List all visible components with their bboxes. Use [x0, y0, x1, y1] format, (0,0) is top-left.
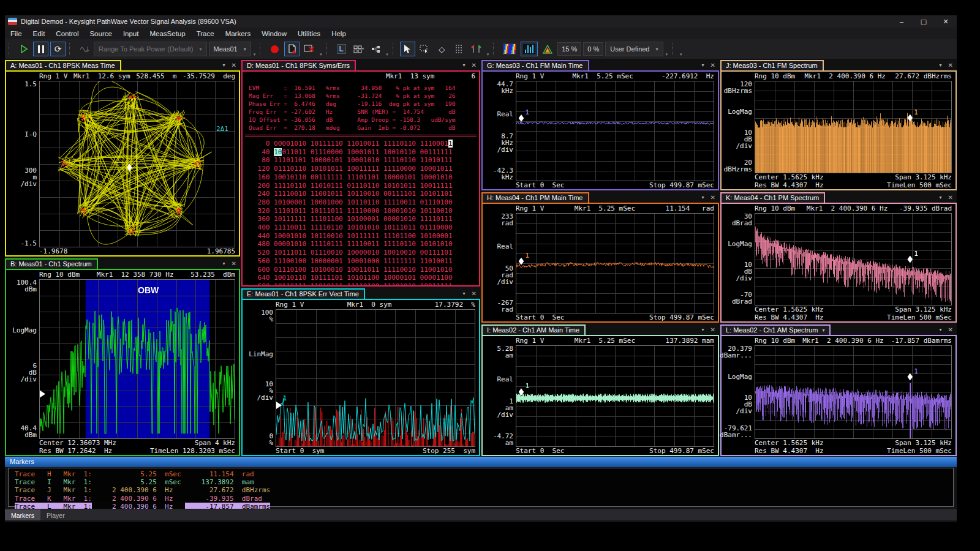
- panel-E-title[interactable]: E: Meas01 - Ch1 8PSK Err Vect Time: [241, 288, 365, 300]
- panel-D-title[interactable]: D: Meas01 - Ch1 8PSK Syms/Errs: [241, 60, 356, 72]
- panel-I-plot-area[interactable]: [516, 345, 714, 447]
- panel-menu-icon[interactable]: ▾: [702, 62, 704, 68]
- panel-menu-icon[interactable]: ▾: [223, 62, 225, 68]
- panel-K-title[interactable]: K: Meas04 - Ch1 PM Spectrum: [720, 192, 825, 204]
- marker-tool-button[interactable]: ◇: [434, 42, 450, 56]
- panel-J-title[interactable]: J: Meas03 - Ch1 FM Spectrum: [720, 60, 824, 72]
- chevron-down-icon[interactable]: ▾: [822, 328, 824, 333]
- spectrum-button[interactable]: [521, 42, 538, 56]
- panel-A-title[interactable]: A: Meas01 - Ch1 8PSK Meas Time: [5, 60, 121, 72]
- panel-close-icon[interactable]: ✕: [710, 62, 715, 69]
- panel-B-trace-canvas[interactable]: [40, 280, 235, 438]
- panel-close-icon[interactable]: ✕: [232, 260, 236, 267]
- layout-grid-button[interactable]: ▾: [351, 42, 367, 56]
- menu-edit[interactable]: Edit: [28, 29, 51, 39]
- panel-G-plot-area[interactable]: [516, 81, 714, 181]
- preset-dropdown[interactable]: User Defined▾: [605, 42, 663, 56]
- range-dropdown[interactable]: Range To Peak Power (Default)▾: [94, 42, 207, 56]
- panel-close-icon[interactable]: ✕: [232, 62, 236, 69]
- panel-close-icon[interactable]: ✕: [948, 326, 953, 333]
- menu-meassetup[interactable]: MeasSetup: [144, 29, 190, 39]
- menu-file[interactable]: File: [5, 29, 28, 39]
- panel-menu-icon[interactable]: ▾: [702, 195, 704, 200]
- overflow-caret-icon[interactable]: ▾: [386, 52, 388, 57]
- panel-E-plot-area[interactable]: [276, 309, 475, 447]
- panel-H-title[interactable]: H: Meas04 - Ch1 PM Main Time: [481, 192, 589, 204]
- panel-G-trace-canvas[interactable]: [516, 81, 714, 181]
- panel-close-icon[interactable]: ✕: [948, 194, 953, 201]
- stack-layout-button[interactable]: [368, 42, 383, 56]
- menu-control[interactable]: Control: [50, 29, 84, 39]
- panel-close-icon[interactable]: ✕: [472, 290, 477, 297]
- band-markers-button[interactable]: [469, 42, 484, 56]
- panel-H-plot-area[interactable]: [516, 213, 714, 313]
- zoom-select-button[interactable]: [417, 42, 432, 56]
- panel-close-icon[interactable]: ✕: [948, 62, 953, 69]
- panel-K-plot-area[interactable]: [755, 213, 952, 305]
- display-disable-button[interactable]: [301, 42, 317, 56]
- spectrogram-button[interactable]: [500, 42, 519, 56]
- markers-panel-title[interactable]: Markers: [5, 457, 957, 467]
- panel-menu-icon[interactable]: ▾: [463, 62, 466, 68]
- marker-table-row[interactable]: Trace I Mkr 1: 5.25 mSec 137.3892 mam: [15, 478, 254, 486]
- marker-table-row[interactable]: Trace K Mkr 1: 2 400.390 6 Hz -39.935 dB…: [15, 495, 262, 503]
- overflow-caret-icon[interactable]: ▾: [320, 52, 322, 57]
- maximize-button[interactable]: ▢: [913, 15, 935, 28]
- layout-single-button[interactable]: L: [334, 42, 349, 56]
- overflow-caret-icon[interactable]: ▾: [487, 52, 489, 57]
- menu-markers[interactable]: Markers: [220, 29, 257, 39]
- tab-markers[interactable]: Markers: [5, 509, 40, 520]
- menu-input[interactable]: Input: [118, 29, 145, 39]
- panel-E-trace-canvas[interactable]: [276, 310, 475, 446]
- panel-close-icon[interactable]: ✕: [710, 326, 715, 333]
- overlap-value[interactable]: 15 %: [557, 42, 581, 56]
- panel-L-trace-canvas[interactable]: [755, 346, 951, 438]
- panel-G-title[interactable]: G: Meas03 - Ch1 FM Main Time: [481, 60, 589, 72]
- title-bar[interactable]: Digital Demod - Keysight PathWave Vector…: [5, 15, 957, 28]
- panel-menu-icon[interactable]: ▾: [223, 261, 225, 266]
- marker-table-row[interactable]: Trace J Mkr 1: 2 400.390 6 Hz 27.672 dBH…: [15, 486, 270, 494]
- pointer-tool-button[interactable]: [400, 42, 415, 56]
- panel-menu-icon[interactable]: ▾: [463, 291, 466, 296]
- panel-K-trace-canvas[interactable]: [755, 214, 951, 305]
- menu-window[interactable]: Window: [256, 29, 292, 39]
- band-lines-button[interactable]: [451, 42, 467, 56]
- panel-close-icon[interactable]: ✕: [710, 194, 715, 201]
- panel-B-title[interactable]: B: Meas01 - Ch1 Spectrum: [5, 258, 98, 270]
- range-icon[interactable]: [77, 42, 92, 56]
- panel-close-icon[interactable]: ✕: [472, 62, 477, 69]
- panel-A-trace-canvas[interactable]: [40, 81, 235, 247]
- restart-button[interactable]: ⟳: [50, 42, 66, 56]
- panel-menu-icon[interactable]: ▾: [940, 62, 942, 68]
- panel-L-plot-area[interactable]: [755, 345, 952, 439]
- close-button[interactable]: ✕: [935, 15, 957, 28]
- waterfall-button[interactable]: [540, 42, 556, 56]
- menu-utilities[interactable]: Utilities: [292, 29, 326, 39]
- panel-menu-icon[interactable]: ▾: [702, 327, 704, 332]
- panel-menu-icon[interactable]: ▾: [940, 327, 942, 332]
- panel-A-plot-area[interactable]: [39, 81, 235, 247]
- panel-J-trace-canvas[interactable]: [755, 81, 951, 173]
- panel-I-trace-canvas[interactable]: [516, 346, 714, 446]
- minimize-button[interactable]: –: [891, 15, 913, 28]
- pause-button[interactable]: [33, 42, 48, 56]
- marker-table-row[interactable]: Trace H Mkr 1: 5.25 mSec 11.154 rad: [15, 470, 254, 478]
- overflow-caret-icon[interactable]: ▾: [666, 52, 668, 57]
- menu-trace[interactable]: Trace: [191, 29, 220, 39]
- record-button[interactable]: [267, 42, 282, 56]
- overflow-caret-icon[interactable]: ▾: [254, 52, 256, 57]
- panel-I-title[interactable]: I: Meas02 - Ch1 AM Main Time: [481, 324, 586, 336]
- panel-B-plot-area[interactable]: [39, 279, 235, 439]
- play-button[interactable]: [16, 42, 31, 56]
- menu-help[interactable]: Help: [326, 29, 352, 39]
- copy-screen-button[interactable]: [284, 42, 300, 56]
- panel-H-trace-canvas[interactable]: [516, 214, 714, 313]
- panel-menu-icon[interactable]: ▾: [940, 195, 942, 200]
- tab-player[interactable]: Player: [40, 509, 71, 520]
- menu-source[interactable]: Source: [84, 29, 117, 39]
- overflow-caret-icon[interactable]: ▾: [680, 52, 682, 57]
- panel-J-plot-area[interactable]: [755, 81, 952, 173]
- panel-L-title[interactable]: L: Meas02 - Ch1 AM Spectrum▾: [720, 324, 831, 336]
- overlap2-value[interactable]: 0 %: [583, 42, 603, 56]
- symbol-table[interactable]: 0 00001010 10111110 11010011 11110110 11…: [243, 140, 479, 285]
